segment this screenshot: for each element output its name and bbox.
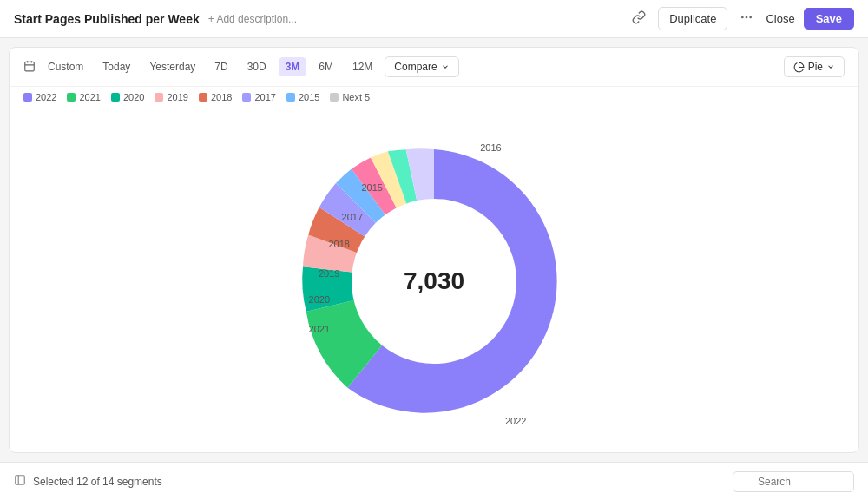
legend-color-next5: [330, 93, 339, 102]
svg-point-0: [741, 16, 744, 19]
chart-toolbar: Custom Today Yesterday 7D 30D 3M 6M 12M …: [10, 48, 858, 87]
page-title: Start Pages Published per Week: [14, 12, 200, 26]
label-2015: 2015: [361, 182, 382, 193]
custom-button[interactable]: Custom: [41, 57, 90, 76]
legend-color-2017: [242, 93, 251, 102]
label-2019: 2019: [319, 268, 339, 279]
sidebar-toggle-icon[interactable]: [14, 474, 26, 489]
bottom-left: Selected 12 of 14 segments: [14, 474, 162, 489]
chart-center-value: 7,030: [404, 267, 464, 295]
label-2022: 2022: [505, 416, 526, 426]
pie-button[interactable]: Pie: [784, 56, 845, 77]
add-description[interactable]: + Add description...: [208, 13, 297, 25]
close-button[interactable]: Close: [766, 12, 794, 25]
chart-legend: 2022 2021 2020 2019 2018 2017: [10, 87, 858, 108]
top-bar: Start Pages Published per Week + Add des…: [0, 0, 868, 38]
label-2021: 2021: [309, 324, 330, 334]
toolbar-left: Custom Today Yesterday 7D 30D 3M 6M 12M …: [23, 56, 459, 77]
label-2016: 2016: [480, 142, 501, 153]
30d-button[interactable]: 30D: [240, 57, 273, 76]
legend-color-2021: [67, 93, 76, 102]
chevron-down-icon: [826, 62, 835, 71]
svg-rect-7: [16, 476, 25, 485]
legend-color-2020: [111, 93, 120, 102]
ellipsis-icon: [740, 10, 753, 24]
legend-item-2020: 2020: [111, 92, 144, 102]
7d-button[interactable]: 7D: [207, 57, 234, 76]
bottom-right: [733, 471, 854, 492]
chart-area: 7,030 2016 2015 2017 2018 2019 2020 2021…: [10, 108, 858, 453]
3m-button[interactable]: 3M: [279, 57, 307, 76]
more-options-button[interactable]: [736, 7, 757, 30]
legend-item-2021: 2021: [67, 92, 100, 102]
svg-rect-3: [25, 62, 35, 71]
label-2017: 2017: [342, 212, 363, 222]
compare-button[interactable]: Compare: [385, 56, 458, 77]
label-2020: 2020: [309, 294, 330, 305]
link-icon-button[interactable]: [628, 7, 649, 30]
legend-item-2018: 2018: [199, 92, 232, 102]
bottom-bar: Selected 12 of 14 segments: [0, 462, 868, 500]
legend-item-2015: 2015: [286, 92, 319, 102]
legend-item-2017: 2017: [242, 92, 275, 102]
search-input[interactable]: [733, 471, 854, 492]
chart-panel: Custom Today Yesterday 7D 30D 3M 6M 12M …: [9, 47, 859, 453]
legend-color-2015: [286, 93, 295, 102]
today-button[interactable]: Today: [95, 57, 137, 76]
save-button[interactable]: Save: [804, 8, 854, 30]
legend-color-2019: [155, 93, 163, 102]
donut-chart: 7,030 2016 2015 2017 2018 2019 2020 2021…: [269, 116, 599, 446]
legend-item-next5: Next 5: [330, 92, 370, 102]
selected-segments-text: Selected 12 of 14 segments: [33, 476, 162, 488]
top-bar-left: Start Pages Published per Week + Add des…: [14, 12, 297, 26]
12m-button[interactable]: 12M: [345, 57, 379, 76]
search-wrapper: [733, 471, 854, 492]
legend-item-2022: 2022: [23, 92, 56, 102]
label-2018: 2018: [328, 239, 349, 249]
pie-icon: [793, 62, 805, 73]
calendar-icon: [23, 60, 36, 75]
legend-item-2019: 2019: [155, 92, 187, 102]
link-icon: [632, 10, 646, 24]
duplicate-button[interactable]: Duplicate: [658, 7, 727, 30]
main-content: Custom Today Yesterday 7D 30D 3M 6M 12M …: [0, 38, 868, 500]
legend-color-2022: [23, 93, 32, 102]
yesterday-button[interactable]: Yesterday: [142, 57, 202, 76]
legend-color-2018: [199, 93, 207, 102]
6m-button[interactable]: 6M: [312, 57, 340, 76]
svg-point-2: [750, 16, 753, 19]
top-bar-right: Duplicate Close Save: [628, 7, 854, 30]
toolbar-right: Pie: [784, 56, 845, 77]
chevron-down-icon: [441, 62, 450, 71]
svg-point-1: [746, 16, 748, 19]
